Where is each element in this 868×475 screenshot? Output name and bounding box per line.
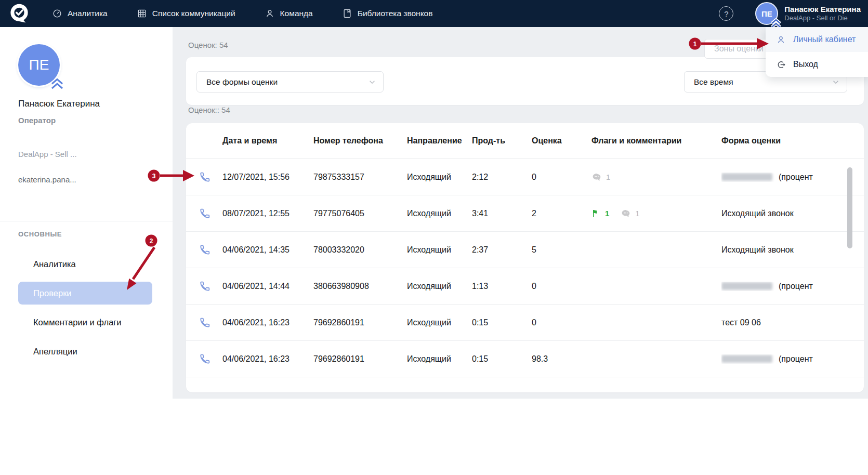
cell-datetime: 04/06/2021, 16:23 (222, 318, 313, 327)
sidebar-user-email[interactable]: ekaterina.pana... (18, 175, 76, 184)
phone-call-icon[interactable] (199, 280, 211, 293)
phone-call-icon[interactable] (199, 171, 211, 183)
sidebar-item-reviews[interactable]: Проверки (18, 282, 152, 305)
redacted-form-name (721, 282, 772, 290)
rank-chevrons-icon (770, 18, 782, 28)
phone-call-icon[interactable] (199, 207, 211, 220)
nav-item-analytics[interactable]: Аналитика (52, 8, 108, 19)
navbar-user-info[interactable]: Панасюк Екатерина DealApp - Sell or Die (784, 5, 861, 23)
nav-item-communications-list[interactable]: Список коммуникаций (137, 8, 235, 19)
navbar-avatar[interactable]: ПЕ (755, 2, 778, 25)
book-icon (342, 8, 352, 19)
form-name: Исходящий звонок (721, 245, 794, 255)
user-name: Панасюк Екатерина (784, 5, 861, 15)
flag-icon (591, 209, 601, 218)
sidebar-item-comments-flags[interactable]: Комментарии и флаги (0, 308, 173, 337)
sidebar-user-name: Панасюк Екатерина (18, 99, 100, 109)
chevron-down-icon (832, 78, 839, 86)
cell-datetime: 12/07/2021, 15:56 (222, 173, 313, 182)
cell-duration: 0:15 (472, 318, 532, 327)
sidebar: ПЕ Панасюк Екатерина Оператор DealApp - … (0, 27, 173, 422)
cell-direction: Исходящий (407, 282, 472, 291)
cell-phone: 79775076405 (313, 209, 407, 218)
cell-flags-comments: 1 (591, 172, 721, 182)
gauge-icon (52, 8, 62, 19)
redacted-form-name (721, 173, 772, 181)
nav-item-label: Библиотека звонков (358, 9, 433, 18)
sidebar-divider (0, 221, 173, 221)
person-icon (776, 35, 786, 45)
table-row[interactable]: 04/06/2021, 14:44 380663980908 Исходящий… (186, 268, 864, 305)
comment-bubble-icon (591, 172, 602, 182)
cell-duration: 2:12 (472, 173, 532, 182)
cell-phone: 79692860191 (313, 318, 407, 327)
cell-phone: 79692860191 (313, 354, 407, 364)
form-name-suffix: (процент (779, 282, 813, 291)
sidebar-section-title: ОСНОВНЫЕ (18, 230, 62, 238)
col-header-form: Форма оценки (721, 136, 864, 146)
table-row[interactable]: 08/07/2021, 12:55 79775076405 Исходящий … (186, 195, 864, 232)
table-header-row: Дата и время Номер телефона Направление … (186, 123, 864, 159)
sidebar-item-analytics[interactable]: Аналитика (0, 249, 173, 279)
help-icon[interactable]: ? (719, 6, 733, 21)
table-row[interactable]: 12/07/2021, 15:56 79875333157 Исходящий … (186, 159, 864, 195)
menu-item-logout[interactable]: Выход (766, 52, 868, 77)
cell-form: (процент (721, 354, 864, 364)
nav-item-label: Список коммуникаций (152, 9, 235, 18)
cell-score: 0 (532, 282, 591, 291)
rank-chevrons-icon (49, 76, 65, 90)
nav-item-label: Команда (280, 9, 313, 18)
col-header-phone: Номер телефона (313, 136, 407, 146)
cell-form: Исходящий звонок (721, 209, 864, 218)
reviews-count-heading: Оценок: 54 (188, 41, 228, 49)
cell-form: (процент (721, 282, 864, 291)
user-dropdown-menu: Личный кабинет Выход (766, 27, 868, 77)
cell-score: 5 (532, 245, 591, 255)
table-row[interactable]: 04/06/2021, 16:23 79692860191 Исходящий … (186, 305, 864, 341)
zones-select-label: Зоны оценки (714, 44, 764, 54)
cell-phone: 79875333157 (313, 173, 407, 182)
cell-duration: 3:41 (472, 209, 532, 218)
cell-direction: Исходящий (407, 354, 472, 364)
col-header-score: Оценка (532, 136, 591, 146)
menu-item-label: Личный кабинет (793, 35, 856, 44)
menu-item-personal-cabinet[interactable]: Личный кабинет (766, 27, 868, 52)
sidebar-user-org[interactable]: DealApp - Sell ... (18, 150, 77, 159)
phone-call-icon[interactable] (199, 244, 211, 256)
form-name: Исходящий звонок (721, 209, 794, 218)
col-header-direction: Направление (407, 136, 472, 146)
cell-direction: Исходящий (407, 209, 472, 218)
phone-call-icon[interactable] (199, 353, 211, 365)
cell-datetime: 04/06/2021, 16:23 (222, 354, 313, 364)
evaluations-table-card: Дата и время Номер телефона Направление … (186, 123, 864, 392)
comment-bubble-icon (621, 208, 631, 219)
cell-duration: 2:37 (472, 245, 532, 255)
menu-item-label: Выход (793, 60, 818, 69)
evaluation-form-select-value: Все формы оценки (206, 77, 278, 87)
cell-form: (процент (721, 173, 864, 182)
cell-duration: 0:15 (472, 354, 532, 364)
cell-phone: 380663980908 (313, 282, 407, 291)
qolio-logo[interactable] (8, 3, 30, 24)
cell-duration: 1:13 (472, 282, 532, 291)
table-row[interactable]: 04/06/2021, 16:23 79692860191 Исходящий … (186, 341, 864, 377)
evaluation-form-select[interactable]: Все формы оценки (196, 71, 384, 93)
nav-item-call-library[interactable]: Библиотека звонков (342, 8, 433, 19)
nav-item-team[interactable]: Команда (265, 8, 313, 19)
table-row[interactable]: 04/06/2021, 14:35 78003332020 Исходящий … (186, 232, 864, 268)
user-org: DealApp - Sell or Die (784, 14, 861, 22)
form-name-suffix: (процент (779, 173, 813, 182)
table-scrollbar[interactable] (847, 167, 852, 248)
phone-call-icon[interactable] (199, 316, 211, 329)
filters-card: Все формы оценки Все время (186, 57, 864, 105)
cell-score: 2 (532, 209, 591, 218)
comment-count: 1 (635, 209, 639, 218)
comment-count: 1 (606, 173, 610, 181)
cell-direction: Исходящий (407, 318, 472, 327)
form-name-suffix: (процент (779, 354, 813, 364)
logout-icon (776, 60, 786, 70)
chevron-down-icon (369, 78, 376, 86)
cell-datetime: 08/07/2021, 12:55 (222, 209, 313, 218)
cell-datetime: 04/06/2021, 14:35 (222, 245, 313, 255)
sidebar-item-appeals[interactable]: Апелляции (0, 337, 173, 366)
